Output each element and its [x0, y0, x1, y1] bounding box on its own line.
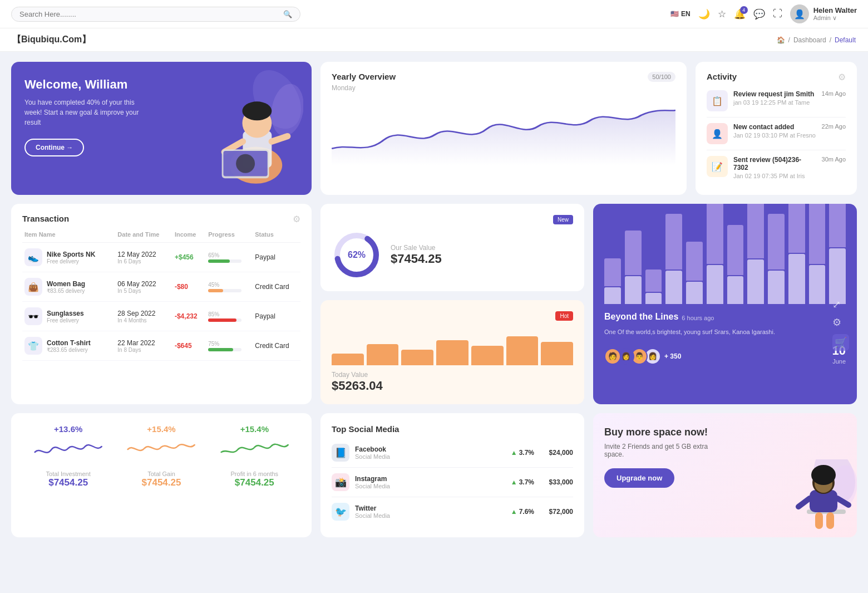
mini-wave: [211, 438, 298, 466]
search-input[interactable]: [19, 10, 279, 18]
mini-stat-val: $7454.25: [142, 477, 181, 488]
mini-stat-val: $7454.25: [48, 477, 88, 488]
bookmark-icon[interactable]: ☆: [718, 8, 726, 20]
settings-icon2[interactable]: ⚙: [832, 316, 849, 329]
mini-stat-pct: +15.4%: [147, 424, 175, 434]
today-bar: [332, 354, 364, 365]
today-label: Today Value: [332, 371, 573, 379]
svg-point-22: [811, 465, 836, 485]
row2: Transaction ⚙ Item Name Date and Time In…: [11, 204, 857, 404]
activity-list: 📋 Review request jim Smith jan 03 19 12:…: [707, 85, 846, 185]
progress-bar: [208, 318, 241, 322]
bar-light: [768, 271, 785, 304]
activity-card: Activity ⚙ 📋 Review request jim Smith ja…: [696, 62, 857, 195]
social-row: 📸 Instagram Social Media ▲3.7% $33,000: [332, 468, 573, 497]
beyond-bar-item: [809, 204, 826, 304]
item-icon: 👟: [24, 248, 42, 266]
mini-stat-label: Total Gain: [147, 471, 175, 477]
svg-text:62%: 62%: [348, 250, 366, 259]
beyond-bar-item: [645, 269, 662, 304]
flag-icon: 🇺🇸: [670, 10, 679, 18]
beyond-bar-item: [768, 214, 785, 304]
social-row: 📘 Facebook Social Media ▲3.7% $24,000: [332, 438, 573, 468]
bar-light: [727, 276, 744, 304]
sale-card: New 62% Our Sale Value $7454.25: [320, 204, 584, 291]
activity-item: 📝 Sent review (504)236-7302 Jan 02 19 07…: [707, 150, 846, 185]
item-date: 06 May 2022: [117, 280, 170, 288]
notification-icon[interactable]: 🔔 4: [734, 8, 746, 20]
item-days: In 6 Days: [117, 258, 170, 264]
avatars-row: 🧑👩👨👩+ 350: [604, 348, 681, 365]
avatar-sm: 🧑: [604, 348, 621, 365]
beyond-header: Beyond the Lines 6 hours ago: [604, 312, 846, 324]
social-pct: ▲3.7%: [511, 449, 534, 457]
bar-dark: [788, 204, 805, 253]
today-bar: [367, 344, 399, 366]
beyond-card: Beyond the Lines 6 hours ago One Of the …: [593, 204, 857, 404]
table-row: 👟 Nike Sports NK Free delivery 12 May 20…: [22, 243, 300, 272]
home-icon[interactable]: 🏠: [777, 36, 785, 44]
beyond-bar-item: [686, 242, 703, 304]
mini-stats-grid: +13.6% Total Investment $7454.25 +15.4% …: [24, 424, 298, 526]
activity-item-time: 30m Ago: [822, 156, 846, 163]
user-info[interactable]: 👤 Helen Walter Admin ∨: [790, 4, 857, 23]
topnav-right: 🇺🇸 EN 🌙 ☆ 🔔 4 💬 ⛶ 👤 Helen Walter Admin ∨: [670, 4, 857, 23]
beyond-date-month: June: [832, 358, 846, 365]
progress-bar: [208, 289, 241, 292]
beyond-time: 6 hours ago: [682, 315, 714, 321]
upgrade-button[interactable]: Upgrade now: [604, 468, 674, 488]
table-row: 👜 Women Bag ₹83.65 delivery 06 May 2022 …: [22, 272, 300, 302]
expand-icon[interactable]: ⛶: [773, 8, 782, 19]
activity-title: Activity: [707, 72, 737, 81]
welcome-illustration: [200, 62, 312, 195]
search-bar[interactable]: 🔍: [11, 7, 300, 22]
welcome-subtitle: You have completed 40% of your this week…: [24, 97, 147, 128]
social-title: Top Social Media: [332, 424, 399, 434]
bar-light: [665, 271, 682, 304]
notif-badge: 4: [740, 6, 748, 14]
transaction-settings-icon[interactable]: ⚙: [293, 214, 300, 224]
lang-selector[interactable]: 🇺🇸 EN: [670, 10, 691, 18]
row1: Welcome, William You have completed 40% …: [0, 52, 868, 195]
item-icon: 🕶️: [24, 307, 42, 325]
bar-dark: [768, 214, 785, 269]
share-icon[interactable]: ⤢: [832, 298, 849, 311]
svg-point-5: [242, 101, 272, 120]
beyond-icons: ⤢ ⚙ 🛒: [832, 298, 849, 351]
item-date: 12 May 2022: [117, 251, 170, 258]
bar-dark: [809, 204, 826, 264]
beyond-bar-item: [829, 204, 846, 304]
bar-dark: [727, 225, 744, 275]
bc-dashboard[interactable]: Dashboard: [793, 36, 826, 44]
today-card: Hot Today Value $5263.04: [320, 300, 584, 404]
activity-item-title: New contact added: [733, 123, 816, 131]
progress-bar: [208, 348, 241, 351]
social-card: Top Social Media 📘 Facebook Social Media…: [320, 413, 584, 537]
message-icon[interactable]: 💬: [753, 8, 765, 20]
activity-info: Sent review (504)236-7302 Jan 02 19 07:3…: [733, 156, 816, 179]
avatar: 👤: [790, 4, 809, 23]
beyond-bar-item: [625, 231, 642, 304]
activity-settings-icon[interactable]: ⚙: [838, 72, 846, 82]
cart-icon[interactable]: 🛒: [832, 334, 849, 351]
activity-thumb: 📝: [707, 156, 728, 177]
social-val: $24,000: [540, 449, 573, 457]
transaction-card: Transaction ⚙ Item Name Date and Time In…: [11, 204, 312, 404]
darkmode-toggle[interactable]: 🌙: [698, 8, 710, 20]
row3: +13.6% Total Investment $7454.25 +15.4% …: [11, 413, 857, 537]
bar-light: [645, 293, 662, 304]
mini-stat: +13.6% Total Investment $7454.25: [24, 424, 112, 526]
beyond-chart: [604, 215, 846, 304]
item-sub: ₹283.65 delivery: [47, 347, 91, 353]
social-name: Twitter: [355, 504, 390, 512]
today-bar: [506, 336, 539, 366]
progress-bar: [208, 259, 241, 263]
continue-button[interactable]: Continue →: [24, 139, 84, 156]
activity-item-sub: Jan 02 19 03:10 PM at Fresno: [733, 132, 816, 139]
bar-dark: [645, 269, 662, 292]
activity-info: Review request jim Smith jan 03 19 12:25…: [733, 90, 816, 106]
social-val: $33,000: [540, 478, 573, 486]
buyspace-desc: Invite 2 Friends and get 5 GB extra spac…: [604, 443, 716, 458]
col-item: Item Name: [22, 227, 115, 243]
mini-stat: +15.4% Profit in 6 months $7454.25: [211, 424, 298, 526]
